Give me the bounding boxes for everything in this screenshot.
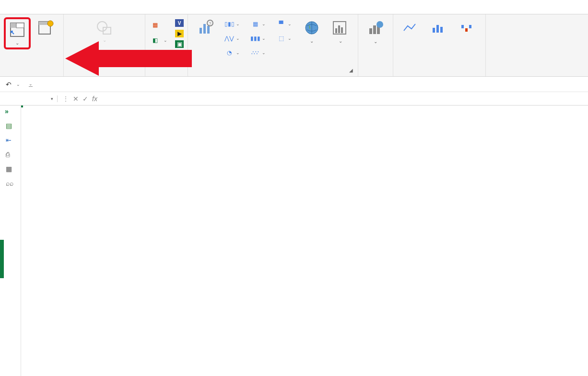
chevron-down-icon: ⌄ — [339, 38, 342, 44]
nav-sheet-icon[interactable]: ▤ — [6, 122, 15, 129]
name-box[interactable]: ▾ — [0, 95, 58, 102]
chart-statistic-button[interactable]: ▮▮▮⌄ — [249, 34, 268, 43]
ribbon-group-tables: ⌄ — [0, 14, 64, 76]
svg-rect-25 — [461, 25, 464, 28]
enter-formula-icon[interactable]: ✓ — [82, 95, 88, 103]
undo-icon: ↶ — [6, 81, 12, 88]
sparkline-column-button[interactable] — [426, 17, 453, 39]
charts-dialog-launcher[interactable]: ◢ — [349, 68, 356, 74]
svg-point-5 — [47, 21, 53, 26]
expand-handle-icon[interactable]: » — [5, 107, 9, 115]
sparkline-column-icon — [431, 19, 448, 36]
sheet-area: » ▤ ⇤ ⎙ ▦ ⌕⌕ — [0, 106, 588, 376]
svg-rect-8 — [200, 28, 202, 34]
svg-text:?: ? — [209, 21, 211, 26]
chevron-down-icon: ⌄ — [164, 38, 167, 43]
svg-rect-9 — [203, 24, 206, 34]
chart-waterfall-button[interactable]: ▝▘⌄ — [275, 19, 294, 29]
ribbon-group-sparklines — [393, 14, 486, 76]
nav-find-icon[interactable]: ⌕⌕ — [6, 179, 15, 187]
maps-button[interactable]: ⌄ — [298, 17, 325, 46]
line-chart-icon: ⋀⋁ — [225, 35, 233, 42]
pivotchart-button[interactable]: ⌄ — [327, 17, 354, 46]
svg-rect-10 — [207, 26, 210, 34]
spreadsheet-grid[interactable] — [21, 106, 588, 376]
chevron-down-icon: ⌄ — [103, 37, 106, 43]
chart-combo-button[interactable]: ⬚⌄ — [275, 34, 294, 43]
nav-grid-icon[interactable]: ▦ — [6, 165, 15, 173]
chevron-down-icon: ⌄ — [310, 38, 314, 44]
menu-bar — [0, 0, 588, 14]
3d-map-icon — [367, 19, 384, 36]
svg-rect-16 — [338, 25, 340, 33]
nav-import-icon[interactable]: ⇤ — [6, 136, 15, 144]
customize-qat-icon[interactable]: ⌄ — [29, 82, 33, 87]
cancel-formula-icon[interactable]: ✕ — [73, 95, 79, 103]
sparkline-line-button[interactable] — [397, 17, 424, 39]
svg-rect-1 — [11, 23, 16, 28]
ribbon-group-tours: ⌄ — [358, 14, 393, 76]
shapes-button[interactable]: ⌄ — [91, 17, 118, 45]
group-label-charts — [192, 67, 354, 75]
svg-rect-18 — [369, 28, 372, 34]
group-label-tables — [4, 67, 59, 75]
undo-button[interactable]: ↶ ⌄ — [6, 81, 20, 88]
svg-rect-19 — [373, 25, 376, 34]
pivottable-button[interactable]: ⌄ — [4, 17, 31, 49]
pie-chart-icon: ◔ — [225, 49, 233, 57]
recommended-charts-icon: ? — [197, 19, 214, 36]
chevron-down-icon: ⌄ — [16, 82, 20, 87]
pivotchart-icon — [332, 19, 349, 36]
chart-pie-button[interactable]: ◔⌄ — [223, 48, 242, 58]
get-addins-button[interactable]: ▦ — [149, 20, 169, 30]
chart-column-button[interactable]: ▯▮▯⌄ — [223, 19, 242, 29]
pivottable-icon — [9, 21, 26, 38]
ribbon: ⌄ ⌄ ▦ — [0, 14, 588, 77]
svg-rect-2 — [16, 23, 24, 28]
ribbon-group-charts: ? ▯▮▯⌄ ⋀⋁⌄ ◔⌄ ▦⌄ ▮▮▮⌄ ∴∵⌄ ▝▘⌄ ⬚⌄ — [188, 14, 358, 76]
chart-hierarchy-button[interactable]: ▦⌄ — [249, 19, 268, 29]
combo-icon: ⬚ — [277, 35, 285, 42]
chart-scatter-button[interactable]: ∴∵⌄ — [249, 48, 268, 58]
group-label-sparklines — [397, 67, 482, 75]
3d-map-button[interactable]: ⌄ — [362, 17, 389, 47]
svg-rect-24 — [440, 27, 443, 33]
ribbon-group-addins: ▦ ◧ ⌄ V ▶ ▣ — [145, 14, 188, 76]
recommended-pivot-icon — [37, 19, 55, 36]
nav-print-icon[interactable]: ⎙ — [6, 151, 15, 158]
3d-map-label: ⌄ — [374, 37, 377, 45]
globe-icon — [303, 19, 320, 36]
treemap-icon: ▦ — [251, 20, 259, 28]
group-label-addins — [149, 67, 184, 75]
visio-icon[interactable]: V — [175, 19, 184, 27]
svg-rect-17 — [341, 27, 343, 33]
my-addins-button[interactable]: ◧ ⌄ — [149, 35, 169, 45]
svg-rect-23 — [436, 25, 439, 33]
recommended-charts-button[interactable]: ? — [192, 17, 219, 39]
sheet-tab-indicator — [0, 240, 4, 278]
waterfall-icon: ▝▘ — [277, 20, 285, 28]
formula-input[interactable] — [102, 94, 588, 104]
people-icon[interactable]: ▣ — [175, 40, 184, 48]
addins-icon: ◧ — [151, 36, 159, 44]
chevron-down-icon: ⌄ — [15, 40, 19, 46]
svg-rect-22 — [433, 28, 435, 33]
sparkline-winloss-button[interactable] — [455, 17, 482, 39]
store-icon: ▦ — [151, 21, 159, 29]
recommended-pivottables-button[interactable] — [33, 17, 59, 39]
selection-outline — [21, 106, 23, 107]
quick-access-row: ↶ ⌄ ⌄ — [0, 77, 588, 92]
chart-line-button[interactable]: ⋀⋁⌄ — [223, 34, 242, 43]
formula-divider-icon: ⋮ — [62, 95, 69, 103]
svg-point-6 — [97, 22, 107, 31]
fx-icon[interactable]: fx — [92, 95, 97, 103]
svg-rect-15 — [335, 28, 337, 33]
bing-icon[interactable]: ▶ — [175, 30, 184, 37]
ribbon-group-illustrations: ⌄ — [64, 14, 145, 76]
svg-point-21 — [376, 21, 383, 28]
shapes-icon — [96, 19, 113, 36]
column-chart-icon: ▯▮▯ — [225, 20, 233, 28]
sparkline-line-icon — [402, 19, 419, 36]
sparkline-winloss-icon — [459, 19, 477, 36]
group-label-tours — [362, 67, 389, 75]
